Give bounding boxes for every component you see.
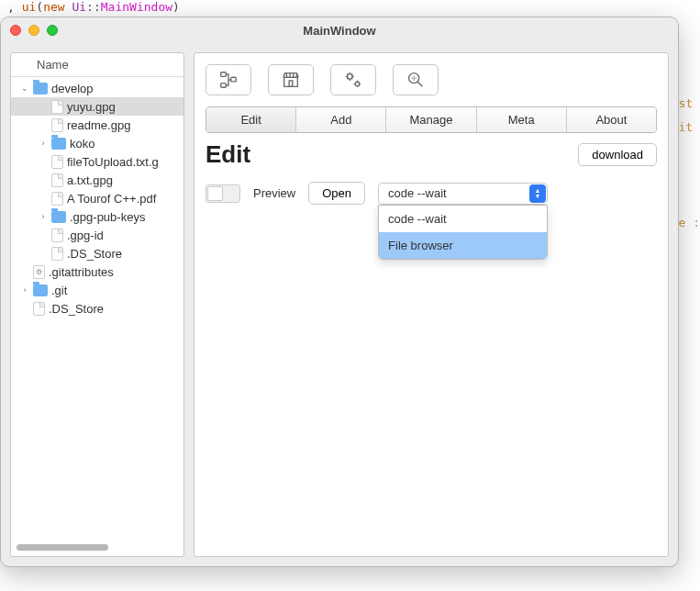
updown-icon: ▲▼ xyxy=(529,184,546,203)
horizontal-scrollbar[interactable] xyxy=(17,544,108,551)
tree-row-folder[interactable]: ›.gpg-pub-keys xyxy=(11,207,183,226)
tree-icon xyxy=(218,70,239,90)
download-button[interactable]: download xyxy=(578,143,657,166)
tree-row-folder[interactable]: ⌄develop xyxy=(11,79,183,97)
file-icon xyxy=(33,302,45,316)
tree-item-label: a.txt.gpg xyxy=(67,173,113,187)
tab-manage[interactable]: Manage xyxy=(386,107,476,132)
preview-label: Preview xyxy=(253,186,295,200)
svg-rect-1 xyxy=(221,84,227,88)
file-tree-panel: Name ⌄developyuyu.gpgreadme.gpg›kokofile… xyxy=(10,52,184,557)
window-title: MainWindow xyxy=(1,24,678,38)
tree-item-label: readme.gpg xyxy=(67,118,130,132)
tree-row-file[interactable]: a.txt.gpg xyxy=(11,171,183,189)
tree-row-file[interactable]: readme.gpg xyxy=(11,116,183,134)
tree-item-label: A Tourof C++.pdf xyxy=(67,192,156,206)
tree-item-label: .gpg-pub-keys xyxy=(70,210,145,224)
tree-row-file[interactable]: .gpg-id xyxy=(11,226,183,244)
search-tool-button[interactable] xyxy=(393,64,439,95)
tree-item-label: .DS_Store xyxy=(67,247,122,261)
tab-bar: EditAddManageMetaAbout xyxy=(206,106,657,133)
opener-combo[interactable]: code --wait ▲▼ code --waitFile browser xyxy=(378,183,548,205)
svg-rect-0 xyxy=(221,72,227,77)
folder-icon xyxy=(33,83,48,95)
file-icon xyxy=(51,155,63,169)
main-panel: EditAddManageMetaAbout Edit download Pre… xyxy=(194,52,669,557)
tree-item-label: develop xyxy=(51,82,94,95)
tree-item-label: .gpg-id xyxy=(67,229,104,242)
folder-icon xyxy=(51,138,66,150)
tree-item-label: .DS_Store xyxy=(49,302,104,316)
tree-row-file[interactable]: ⚙.gitattributes xyxy=(11,262,183,281)
open-button[interactable]: Open xyxy=(308,182,365,205)
toggle-knob xyxy=(207,186,223,201)
page-heading: Edit xyxy=(206,140,250,169)
file-icon xyxy=(51,229,63,242)
disclosure-arrow-icon[interactable]: › xyxy=(39,139,48,148)
file-tree: ⌄developyuyu.gpgreadme.gpg›kokofileToUpl… xyxy=(11,77,183,556)
combo-option[interactable]: code --wait xyxy=(379,206,547,232)
toolbar xyxy=(206,64,657,95)
editor-code-line: , ui(new Ui::MainWindow) xyxy=(0,0,700,15)
svg-point-5 xyxy=(355,82,360,86)
folder-icon xyxy=(51,211,66,223)
file-icon xyxy=(51,192,63,206)
file-icon xyxy=(51,173,63,187)
titlebar: MainWindow xyxy=(1,17,678,43)
tree-item-label: .gitattributes xyxy=(49,265,114,279)
folder-icon xyxy=(33,284,48,296)
store-icon xyxy=(281,70,301,90)
app-window: MainWindow Name ⌄developyuyu.gpgreadme.g… xyxy=(0,17,679,567)
background-code-fragments: stit e : xyxy=(679,92,700,235)
file-icon xyxy=(51,100,63,114)
tab-about[interactable]: About xyxy=(567,107,656,132)
tree-tool-button[interactable] xyxy=(206,64,251,95)
store-tool-button[interactable] xyxy=(268,64,314,95)
disclosure-arrow-icon[interactable]: › xyxy=(20,285,29,295)
tree-item-label: .git xyxy=(51,284,67,297)
tree-item-label: koko xyxy=(70,137,94,151)
combo-selected-label: code --wait xyxy=(388,186,447,200)
tree-header[interactable]: Name xyxy=(11,53,183,77)
tree-row-file[interactable]: fileToUpload.txt.g xyxy=(11,152,183,171)
file-icon xyxy=(51,118,63,132)
tree-row-file[interactable]: .DS_Store xyxy=(11,299,183,318)
gears-icon xyxy=(343,70,363,90)
tree-row-file[interactable]: .DS_Store xyxy=(11,244,183,262)
disclosure-arrow-icon[interactable]: ⌄ xyxy=(20,84,29,93)
svg-rect-2 xyxy=(231,77,237,82)
tab-add[interactable]: Add xyxy=(296,107,386,132)
tree-item-label: fileToUpload.txt.g xyxy=(67,155,159,169)
tree-item-label: yuyu.gpg xyxy=(67,100,116,114)
tree-row-file[interactable]: A Tourof C++.pdf xyxy=(11,189,183,207)
tree-row-folder[interactable]: ›koko xyxy=(11,134,183,152)
svg-rect-3 xyxy=(289,81,293,86)
tree-row-file[interactable]: yuyu.gpg xyxy=(11,97,183,116)
combo-dropdown: code --waitFile browser xyxy=(378,205,548,260)
combo-option[interactable]: File browser xyxy=(379,232,547,259)
gear-file-icon: ⚙ xyxy=(33,265,45,279)
file-icon xyxy=(51,247,63,261)
tab-meta[interactable]: Meta xyxy=(477,107,567,132)
tree-row-folder[interactable]: ›.git xyxy=(11,281,183,299)
tab-edit[interactable]: Edit xyxy=(206,107,296,132)
magnifier-icon xyxy=(406,70,426,90)
preview-toggle[interactable] xyxy=(206,184,240,203)
disclosure-arrow-icon[interactable]: › xyxy=(39,212,48,221)
settings-tool-button[interactable] xyxy=(330,64,376,95)
